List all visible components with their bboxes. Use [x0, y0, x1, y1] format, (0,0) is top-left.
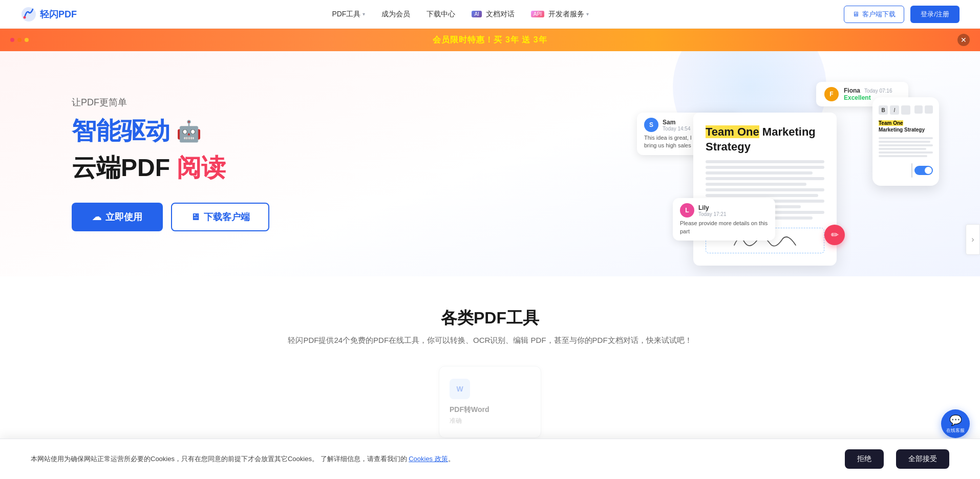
accept-all-cookies-button[interactable]: 全部接受 [896, 449, 949, 469]
navbar: 轻闪PDF PDF工具 ▾ 成为会员 下载中心 AI 文档对话 API 开发者服… [0, 0, 980, 29]
chat-icon: 💬 [949, 414, 962, 426]
chevron-down-icon: ▾ [363, 11, 365, 17]
dot-1 [10, 38, 14, 42]
hero-subtitle: 让PDF更简单 [72, 96, 269, 108]
nav-right: 🖥 客户端下载 登录/注册 [844, 6, 960, 23]
toggle-knob [925, 167, 932, 174]
download-client-button[interactable]: 🖥 下载客户端 [171, 203, 269, 231]
cookie-banner: 本网站使用为确保网站正常运营所必要的Cookies，只有在您同意的前提下才会放置… [0, 439, 980, 469]
word-icon: W [450, 379, 470, 399]
tool-card-pdf-word[interactable]: W PDF转Word 准确 [439, 366, 541, 438]
customer-service-button[interactable]: 💬 在线客服 [941, 409, 970, 438]
banner-close-button[interactable]: ✕ [957, 34, 970, 46]
main-document-card: Team One Marketing Strategy ✏ [693, 113, 837, 266]
mobile-toolbar: B I [879, 105, 933, 115]
dot-3 [25, 38, 29, 42]
reject-cookies-button[interactable]: 拒绝 [845, 449, 884, 469]
mobile-preview-card: B I Team One Marketing Strategy [872, 97, 939, 186]
client-download-button[interactable]: 🖥 客户端下载 [844, 6, 904, 23]
nav-dev-service[interactable]: API 开发者服务 ▾ [531, 10, 589, 19]
mobile-doc-title: Team One Marketing Strategy [879, 120, 933, 133]
nav-download-center[interactable]: 下载中心 [427, 10, 455, 19]
hero-left: 让PDF更简单 智能驱动 🤖 云端PDF 阅读 ☁ 立即使用 🖥 下载客户端 [72, 96, 269, 231]
tool-extra-2 [925, 105, 933, 114]
logo-text: 轻闪PDF [40, 8, 77, 20]
tool-extra-1 [914, 105, 923, 114]
edit-icon: ✏ [824, 225, 845, 245]
tool-bold: B [879, 105, 888, 115]
hero-section: 让PDF更简单 智能驱动 🤖 云端PDF 阅读 ☁ 立即使用 🖥 下载客户端 F [0, 51, 980, 276]
monitor-icon-2: 🖥 [190, 212, 200, 223]
tools-row: W PDF转Word 准确 [41, 366, 939, 438]
tool-more [901, 105, 910, 115]
tool-title: PDF转Word [450, 405, 530, 415]
lily-chat-bubble: L Lily Today 17:21 Please provide more d… [673, 198, 775, 241]
nav-pdf-tools[interactable]: PDF工具 ▾ [332, 10, 365, 19]
cookies-policy-link[interactable]: Cookies 政策 [409, 455, 448, 463]
use-now-button[interactable]: ☁ 立即使用 [72, 203, 163, 231]
chevron-down-icon-2: ▾ [586, 11, 589, 17]
upload-icon: ☁ [92, 211, 101, 223]
doc-title-highlight: Team One [706, 125, 759, 138]
sam-avatar: S [644, 118, 658, 132]
logo-icon [20, 6, 37, 23]
scroll-right-button[interactable]: › [966, 224, 980, 255]
cookie-text: 本网站使用为确保网站正常运营所必要的Cookies，只有在您同意的前提下才会放置… [31, 454, 833, 465]
mobile-toggle[interactable] [879, 163, 933, 178]
hero-title-line1: 智能驱动 🤖 [72, 115, 269, 147]
tools-section-title: 各类PDF工具 [41, 307, 939, 330]
banner-dots [10, 38, 29, 42]
ai-badge: AI [472, 11, 481, 17]
api-badge: API [531, 11, 544, 17]
robot-icon: 🤖 [176, 119, 202, 143]
hero-buttons: ☁ 立即使用 🖥 下载客户端 [72, 203, 269, 231]
lily-avatar: L [680, 203, 694, 217]
toggle-pill[interactable] [914, 166, 933, 175]
hero-illustration: F Fiona Today 07:16 Excellent S Sam Toda… [642, 82, 939, 246]
fiona-avatar: F [824, 87, 839, 101]
banner-text: 会员限时特惠！买 3年 送 3年 [433, 35, 547, 46]
fiona-name: Fiona [844, 87, 860, 94]
nav-doc-chat[interactable]: AI 文档对话 [472, 10, 514, 19]
hero-title-line2: 云端PDF 阅读 [72, 151, 269, 184]
svg-point-0 [22, 7, 36, 21]
nav-membership[interactable]: 成为会员 [381, 10, 410, 19]
promo-banner[interactable]: 会员限时特惠！买 3年 送 3年 ✕ [0, 29, 980, 51]
tool-desc: 准确 [450, 417, 530, 425]
dot-2 [17, 38, 22, 42]
logo[interactable]: 轻闪PDF [20, 6, 77, 23]
svg-point-1 [24, 16, 26, 18]
tools-section-subtitle: 轻闪PDF提供24个免费的PDF在线工具，你可以转换、OCR识别、编辑 PDF，… [41, 336, 939, 345]
login-register-button[interactable]: 登录/注册 [910, 6, 960, 23]
tool-italic: I [890, 105, 899, 115]
monitor-icon: 🖥 [853, 10, 859, 18]
mobile-doc-lines [879, 137, 933, 157]
nav-links: PDF工具 ▾ 成为会员 下载中心 AI 文档对话 API 开发者服务 ▾ [332, 10, 589, 19]
